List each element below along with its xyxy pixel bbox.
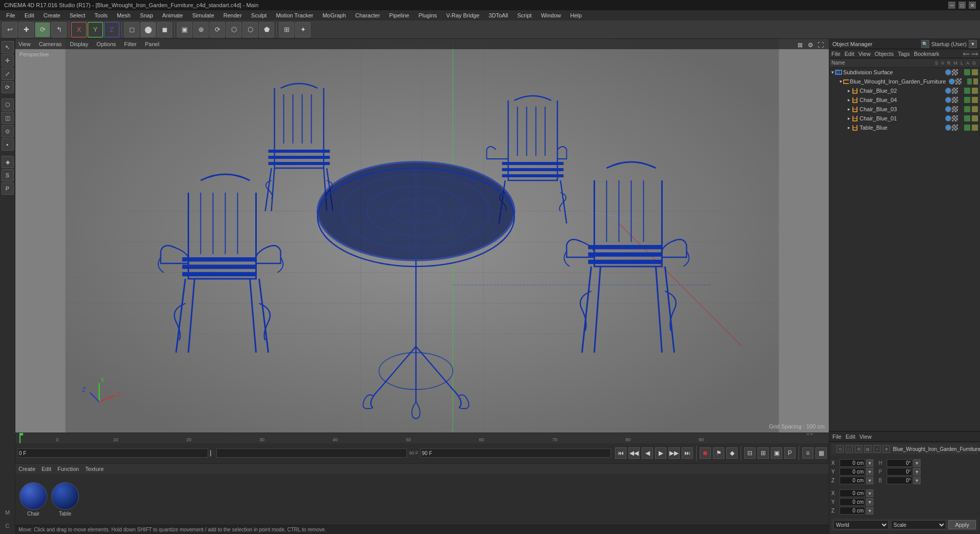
- coord-menu-file[interactable]: File: [832, 434, 842, 440]
- obj-menu-objects[interactable]: Objects: [874, 51, 893, 57]
- menu-edit[interactable]: Edit: [21, 11, 38, 19]
- obj-table-vis[interactable]: [964, 125, 970, 131]
- menu-tools[interactable]: Tools: [90, 11, 112, 19]
- coord-sz-input[interactable]: [840, 507, 865, 515]
- viewport-tab-display[interactable]: Display: [70, 41, 88, 47]
- tl-prev-frame[interactable]: ◀◀: [628, 447, 640, 459]
- coord-y-input[interactable]: [840, 468, 865, 476]
- coord-sx-input[interactable]: [840, 489, 865, 497]
- tl-timeline[interactable]: ≡: [802, 447, 813, 459]
- left-tool-scale[interactable]: ⤢: [2, 68, 14, 80]
- toolbar-tool6[interactable]: ⬟: [259, 22, 274, 37]
- tl-play-fwd[interactable]: ▶▶: [668, 447, 680, 459]
- obj-check-btn[interactable]: [972, 69, 978, 75]
- obj-mgr-icon1[interactable]: ⟵: [963, 50, 970, 57]
- menu-render[interactable]: Render: [219, 11, 246, 19]
- obj-menu-view[interactable]: View: [859, 51, 871, 57]
- toolbar-back[interactable]: ↰: [51, 22, 67, 37]
- coord-x-input[interactable]: [840, 459, 865, 467]
- menu-window[interactable]: Window: [537, 11, 565, 19]
- layout-label[interactable]: Startup (User): [931, 41, 967, 47]
- toolbar-mode1[interactable]: ◻: [124, 22, 139, 37]
- coord-menu-edit[interactable]: Edit: [846, 434, 855, 440]
- viewport-icon-settings[interactable]: ⚙: [806, 41, 814, 49]
- toolbar-mode2[interactable]: ⬤: [140, 22, 156, 37]
- coord-z-input[interactable]: [840, 477, 865, 484]
- toolbar-tool3[interactable]: ⟳: [210, 22, 225, 37]
- menu-motion-tracker[interactable]: Motion Tracker: [272, 11, 317, 19]
- obj-menu-tags[interactable]: Tags: [898, 51, 910, 57]
- obj-row-subdivision[interactable]: ▾ Subdivision Surface: [829, 68, 980, 77]
- menu-3dtoall[interactable]: 3DToAll: [484, 11, 512, 19]
- mat-item-chair[interactable]: Chair: [19, 482, 47, 517]
- coord-sx-step[interactable]: ▼: [866, 489, 873, 497]
- obj-chair02-vis[interactable]: [964, 88, 970, 94]
- obj-menu-bookmark[interactable]: Bookmark: [914, 51, 940, 57]
- coord-h-step[interactable]: ▼: [913, 459, 921, 467]
- left-tool-point[interactable]: ⊙: [2, 125, 14, 137]
- mat-tab-create[interactable]: Create: [18, 466, 35, 472]
- viewport-tab-view[interactable]: View: [18, 41, 31, 47]
- left-tool-move[interactable]: ✛: [2, 54, 14, 67]
- obj-vis-btn[interactable]: [964, 69, 970, 75]
- obj-row-furniture[interactable]: ▾ Blue_Wrought_Iron_Garden_Furniture: [829, 77, 980, 86]
- menu-character[interactable]: Character: [351, 11, 384, 19]
- menu-file[interactable]: File: [2, 11, 19, 19]
- tl-fx[interactable]: P: [784, 447, 795, 459]
- obj-chair01-check[interactable]: [972, 115, 978, 121]
- tl-to-end[interactable]: ⏭: [682, 447, 693, 459]
- coord-b-step[interactable]: ▼: [913, 477, 921, 484]
- obj-chair01-vis[interactable]: [964, 115, 970, 121]
- obj-manager-search[interactable]: 🔍: [921, 40, 929, 48]
- toolbar-undo[interactable]: ↩: [2, 22, 17, 37]
- menu-mograph[interactable]: MoGraph: [318, 11, 350, 19]
- coord-icon6[interactable]: ⊕: [883, 445, 890, 453]
- coord-x-step[interactable]: ▼: [866, 459, 873, 467]
- obj-furniture-vis[interactable]: [967, 78, 972, 85]
- coord-space-select[interactable]: World: [833, 520, 889, 529]
- obj-menu-file[interactable]: File: [831, 51, 841, 57]
- coord-p-step[interactable]: ▼: [913, 468, 921, 476]
- tl-clip[interactable]: ▣: [771, 447, 782, 459]
- toolbar-tool4[interactable]: ⬡: [226, 22, 241, 37]
- viewport[interactable]: View Cameras Display Options Filter Pane…: [15, 39, 829, 433]
- tl-play-back[interactable]: ◀: [642, 447, 653, 459]
- menu-script[interactable]: Script: [513, 11, 536, 19]
- obj-row-chair04[interactable]: ▸ Chair_Blue_04: [829, 95, 980, 105]
- timeline-ruler[interactable]: ◼ 0 10 20 30 40 50 60 70 80 90 0 F: [15, 433, 829, 443]
- menu-plugins[interactable]: Plugins: [414, 11, 441, 19]
- coord-scale-select[interactable]: Scale: [891, 520, 946, 529]
- left-tool-paint[interactable]: P: [2, 182, 14, 195]
- menu-mesh[interactable]: Mesh: [113, 11, 135, 19]
- toolbar-refresh[interactable]: ⟳: [35, 22, 50, 37]
- left-tool-arrow[interactable]: ↖: [2, 41, 14, 53]
- menu-simulate[interactable]: Simulate: [188, 11, 218, 19]
- obj-row-chair02[interactable]: ▸ Chair_Blue_02: [829, 86, 980, 95]
- coord-b-input[interactable]: [887, 477, 912, 484]
- obj-row-chair01[interactable]: ▸ Chair_Blue_01: [829, 114, 980, 123]
- obj-menu-edit[interactable]: Edit: [845, 51, 854, 57]
- coord-sy-step[interactable]: ▼: [866, 498, 873, 506]
- left-tool-select[interactable]: ▪: [2, 138, 14, 151]
- mat-sphere-chair[interactable]: [19, 482, 47, 510]
- coord-sy-input[interactable]: [840, 498, 865, 506]
- left-tool-live[interactable]: ◈: [2, 156, 14, 168]
- mat-item-table[interactable]: Table: [51, 482, 79, 517]
- obj-chair04-check[interactable]: [972, 97, 978, 103]
- toolbar-mode3[interactable]: ◼: [157, 22, 172, 37]
- toolbar-y-axis[interactable]: Y: [88, 22, 103, 37]
- mat-tab-texture[interactable]: Texture: [85, 466, 104, 472]
- left-tool-rotate[interactable]: ⟳: [2, 81, 14, 93]
- close-button[interactable]: ✕: [969, 2, 976, 9]
- obj-layout-btn[interactable]: ▼: [969, 40, 977, 48]
- coord-h-input[interactable]: [887, 459, 912, 467]
- tl-play[interactable]: ▶: [655, 447, 666, 459]
- toolbar-new-obj[interactable]: ✚: [18, 22, 34, 37]
- coord-icon3[interactable]: ⚙: [855, 445, 862, 453]
- menu-snap[interactable]: Snap: [136, 11, 157, 19]
- viewport-tab-panel[interactable]: Panel: [145, 41, 159, 47]
- tl-autokey[interactable]: ⚑: [713, 447, 724, 459]
- obj-furniture-check[interactable]: [973, 78, 978, 85]
- mat-tab-function[interactable]: Function: [57, 466, 79, 472]
- menu-sculpt[interactable]: Sculpt: [247, 11, 271, 19]
